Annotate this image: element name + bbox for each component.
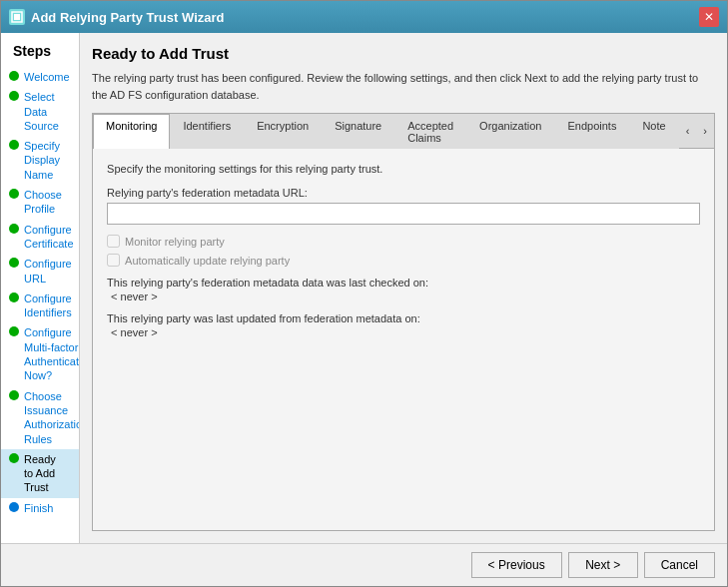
sidebar-item-configure-url[interactable]: Configure URL (1, 254, 79, 289)
tab-nav-left[interactable]: ‹ (679, 114, 697, 148)
tab-endpoints[interactable]: Endpoints (554, 114, 629, 149)
page-title: Ready to Add Trust (92, 45, 715, 62)
sidebar-item-choose-profile[interactable]: Choose Profile (1, 185, 79, 220)
tab-notes[interactable]: Note (629, 114, 678, 149)
tabs-bar: Monitoring Identifiers Encryption Signat… (93, 114, 714, 149)
sidebar-item-select-data-source[interactable]: Select Data Source (1, 87, 79, 136)
footer: < Previous Next > Cancel (1, 543, 727, 586)
dot-icon-choose-profile (9, 189, 19, 199)
dot-icon-welcome (9, 71, 19, 81)
sidebar-item-finish[interactable]: Finish (1, 498, 79, 518)
next-button[interactable]: Next > (568, 552, 638, 578)
window-icon (9, 9, 25, 25)
url-field-label: Relying party's federation metadata URL: (107, 187, 700, 199)
tab-nav-buttons: ‹ › (679, 114, 714, 148)
content-area: Steps Welcome Select Data Source Specify… (1, 33, 727, 543)
sidebar-item-configure-certificate[interactable]: Configure Certificate (1, 220, 79, 255)
dot-icon-specify-display-name (9, 140, 19, 150)
tab-panel: Monitoring Identifiers Encryption Signat… (92, 113, 715, 531)
main-area: Ready to Add Trust The relying party tru… (80, 33, 727, 543)
last-checked-value: < never > (107, 291, 700, 302)
sidebar-title: Steps (1, 43, 79, 67)
auto-update-checkbox-label: Automatically update relying party (125, 255, 290, 267)
sidebar-item-configure-identifiers[interactable]: Configure Identifiers (1, 289, 79, 323)
previous-button[interactable]: < Previous (471, 552, 562, 578)
last-updated-label: This relying party was last updated from… (107, 312, 700, 324)
title-bar: Add Relying Party Trust Wizard ✕ (1, 1, 727, 33)
monitor-checkbox[interactable] (107, 235, 120, 248)
tab-identifiers[interactable]: Identifiers (170, 114, 244, 149)
last-checked-label: This relying party's federation metadata… (107, 277, 700, 289)
dot-icon-select-data-source (9, 91, 19, 101)
tab-encryption[interactable]: Encryption (244, 114, 322, 149)
wizard-window: Add Relying Party Trust Wizard ✕ Steps W… (0, 0, 728, 587)
tab-accepted-claims[interactable]: Accepted Claims (394, 114, 466, 149)
tab-content-monitoring: Specify the monitoring settings for this… (93, 149, 714, 530)
page-description: The relying party trust has been configu… (92, 70, 715, 103)
title-bar-left: Add Relying Party Trust Wizard (9, 9, 224, 25)
sidebar-item-configure-multifactor[interactable]: Configure Multi-factor Authentication No… (1, 322, 79, 385)
monitor-checkbox-row: Monitor relying party (107, 235, 700, 248)
svg-rect-1 (14, 14, 20, 20)
dot-icon-configure-identifiers (9, 293, 19, 302)
cancel-button[interactable]: Cancel (644, 552, 715, 578)
sidebar: Steps Welcome Select Data Source Specify… (1, 33, 80, 543)
sidebar-item-choose-issuance[interactable]: Choose Issuance Authorization Rules (1, 386, 79, 449)
auto-update-checkbox-row: Automatically update relying party (107, 254, 700, 267)
info-section: This relying party's federation metadata… (107, 277, 700, 338)
dot-icon-configure-certificate (9, 224, 19, 234)
federation-metadata-url-input[interactable] (107, 203, 700, 225)
tab-organization[interactable]: Organization (466, 114, 554, 149)
window-title: Add Relying Party Trust Wizard (31, 10, 224, 25)
sidebar-item-specify-display-name[interactable]: Specify Display Name (1, 136, 79, 185)
tab-monitoring[interactable]: Monitoring (93, 114, 170, 149)
tab-nav-right[interactable]: › (696, 114, 714, 148)
auto-update-checkbox[interactable] (107, 254, 120, 267)
sidebar-item-welcome[interactable]: Welcome (1, 67, 79, 87)
tab-signature[interactable]: Signature (322, 114, 394, 149)
dot-icon-ready-to-add (9, 453, 19, 463)
dot-icon-finish (9, 502, 19, 512)
monitor-checkbox-label: Monitor relying party (125, 236, 225, 248)
sidebar-item-ready-to-add[interactable]: Ready to Add Trust (1, 449, 79, 498)
dot-icon-configure-url (9, 258, 19, 268)
close-button[interactable]: ✕ (699, 7, 719, 27)
dot-icon-configure-multifactor (9, 326, 19, 336)
dot-icon-choose-issuance (9, 390, 19, 400)
last-updated-value: < never > (107, 326, 700, 338)
monitoring-description: Specify the monitoring settings for this… (107, 163, 700, 175)
